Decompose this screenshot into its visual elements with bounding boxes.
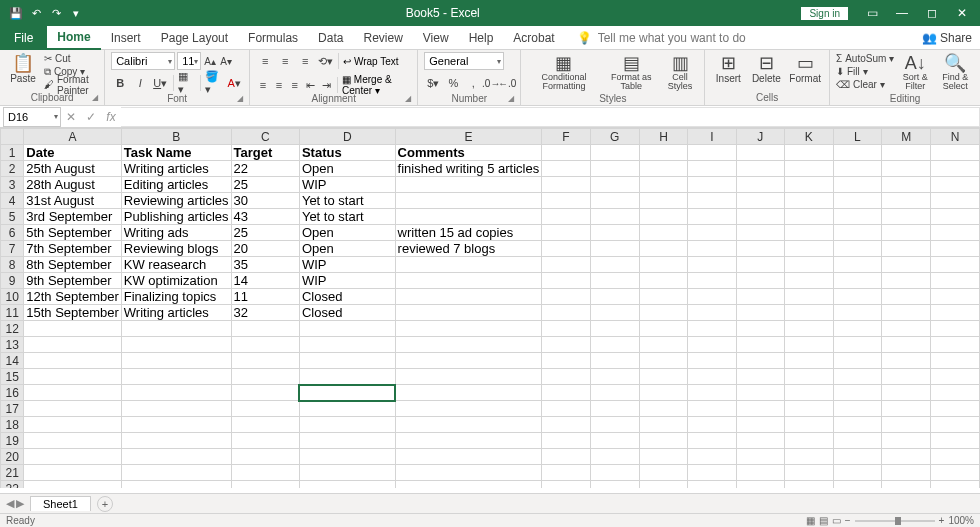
cell-F2[interactable] [542,161,591,177]
row-header-2[interactable]: 2 [1,161,24,177]
cell-L7[interactable] [833,241,882,257]
cell-K14[interactable] [785,353,834,369]
cell-K16[interactable] [785,385,834,401]
alignment-launcher-icon[interactable]: ◢ [405,92,411,106]
cell-K3[interactable] [785,177,834,193]
cancel-formula-icon[interactable]: ✕ [61,110,81,124]
cell-C9[interactable]: 14 [231,273,299,289]
insert-cells-button[interactable]: ⊞Insert [711,52,745,86]
cell-H9[interactable] [639,273,688,289]
cell-I21[interactable] [688,465,736,481]
col-header-K[interactable]: K [785,129,834,145]
cell-G10[interactable] [590,289,639,305]
cell-G9[interactable] [590,273,639,289]
cell-K4[interactable] [785,193,834,209]
cell-K19[interactable] [785,433,834,449]
cell-C2[interactable]: 22 [231,161,299,177]
cell-I5[interactable] [688,209,736,225]
cell-D22[interactable] [299,481,395,489]
underline-button[interactable]: U ▾ [151,74,169,92]
cell-M18[interactable] [882,417,931,433]
cell-styles-button[interactable]: ▥Cell Styles [662,52,699,93]
cell-H4[interactable] [639,193,688,209]
cell-E9[interactable] [395,273,542,289]
cell-A17[interactable] [24,401,122,417]
cell-C15[interactable] [231,369,299,385]
border-button[interactable]: ▦ ▾ [178,74,196,92]
cell-L22[interactable] [833,481,882,489]
cell-M17[interactable] [882,401,931,417]
paste-button[interactable]: 📋 Paste [6,52,40,86]
cell-L5[interactable] [833,209,882,225]
cell-N22[interactable] [931,481,980,489]
cell-N20[interactable] [931,449,980,465]
cell-D4[interactable]: Yet to start [299,193,395,209]
row-header-18[interactable]: 18 [1,417,24,433]
cell-J17[interactable] [736,401,784,417]
spreadsheet-grid[interactable]: ABCDEFGHIJKLMN1DateTask NameTargetStatus… [0,128,980,488]
font-name-select[interactable]: Calibri [111,52,175,70]
cell-L20[interactable] [833,449,882,465]
cell-J22[interactable] [736,481,784,489]
cell-D17[interactable] [299,401,395,417]
cell-N18[interactable] [931,417,980,433]
cell-I19[interactable] [688,433,736,449]
cell-H16[interactable] [639,385,688,401]
cell-D10[interactable]: Closed [299,289,395,305]
cell-M2[interactable] [882,161,931,177]
cell-N6[interactable] [931,225,980,241]
cell-H18[interactable] [639,417,688,433]
cell-I6[interactable] [688,225,736,241]
cell-N9[interactable] [931,273,980,289]
cell-K11[interactable] [785,305,834,321]
cell-J1[interactable] [736,145,784,161]
cell-A20[interactable] [24,449,122,465]
cell-M15[interactable] [882,369,931,385]
cell-E2[interactable]: finished writing 5 articles [395,161,542,177]
cell-B7[interactable]: Reviewing blogs [121,241,231,257]
formula-input[interactable] [121,107,980,127]
cell-L18[interactable] [833,417,882,433]
cell-G21[interactable] [590,465,639,481]
tab-help[interactable]: Help [459,26,504,50]
cell-N17[interactable] [931,401,980,417]
cell-H22[interactable] [639,481,688,489]
cell-F13[interactable] [542,337,591,353]
cell-K21[interactable] [785,465,834,481]
zoom-slider[interactable] [855,520,935,522]
cell-A7[interactable]: 7th September [24,241,122,257]
cell-J6[interactable] [736,225,784,241]
cell-M8[interactable] [882,257,931,273]
cell-E20[interactable] [395,449,542,465]
cell-L17[interactable] [833,401,882,417]
cell-D21[interactable] [299,465,395,481]
cell-N3[interactable] [931,177,980,193]
cell-A16[interactable] [24,385,122,401]
tab-formulas[interactable]: Formulas [238,26,308,50]
cell-J19[interactable] [736,433,784,449]
cell-B12[interactable] [121,321,231,337]
cell-B20[interactable] [121,449,231,465]
cell-I13[interactable] [688,337,736,353]
cell-M6[interactable] [882,225,931,241]
cell-G7[interactable] [590,241,639,257]
row-header-14[interactable]: 14 [1,353,24,369]
decrease-decimal-icon[interactable]: ←.0 [500,74,514,92]
add-sheet-button[interactable]: + [97,496,113,512]
find-select-button[interactable]: 🔍Find & Select [936,52,974,93]
cell-K13[interactable] [785,337,834,353]
cell-H3[interactable] [639,177,688,193]
cell-H8[interactable] [639,257,688,273]
cell-E8[interactable] [395,257,542,273]
cell-B11[interactable]: Writing articles [121,305,231,321]
cell-G20[interactable] [590,449,639,465]
cell-D11[interactable]: Closed [299,305,395,321]
cell-L13[interactable] [833,337,882,353]
redo-icon[interactable]: ↷ [48,5,64,21]
cell-C8[interactable]: 35 [231,257,299,273]
cell-D8[interactable]: WIP [299,257,395,273]
cell-I22[interactable] [688,481,736,489]
cell-I11[interactable] [688,305,736,321]
cell-G2[interactable] [590,161,639,177]
cell-M22[interactable] [882,481,931,489]
